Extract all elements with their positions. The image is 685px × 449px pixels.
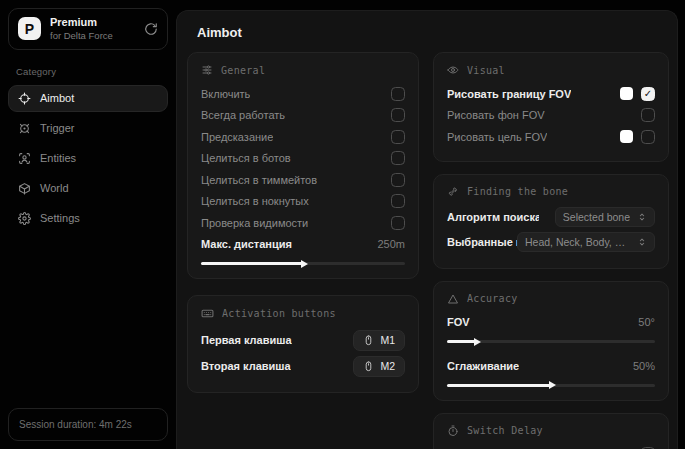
app-window: P Premium for Delta Force Category Aimbo… (0, 0, 685, 449)
switch-delay-toggle-row: Задержка переключения ✓ (447, 444, 655, 449)
keybind-label: Вторая клавиша (201, 360, 291, 372)
slider-value: 250m (377, 238, 405, 250)
brand-box: P Premium for Delta Force (8, 8, 168, 50)
keybind-value: M1 (380, 334, 395, 346)
toggle-row-aim-knocked: Целиться в нокнутых ✓ (201, 191, 405, 213)
gear-icon (18, 212, 31, 225)
select-label: Выбранные кос (447, 236, 517, 248)
toggle-row-enable: Включить ✓ (201, 83, 405, 105)
general-card: General Включить ✓ Всегда работать ✓ Пре… (187, 52, 419, 279)
sidebar-item-label: Entities (40, 152, 76, 164)
sidebar-item-label: Aimbot (40, 92, 74, 104)
mouse-icon (363, 361, 374, 372)
unfold-icon (637, 212, 647, 222)
bone-icon (447, 186, 459, 198)
smoothing-row: Сглаживание 50% (447, 355, 655, 377)
accuracy-card-title: Accuracy (447, 293, 655, 305)
smoothing-slider[interactable] (447, 384, 655, 387)
checkbox[interactable]: ✓ (641, 130, 655, 144)
session-duration-box: Session duration: 4m 22s (8, 408, 168, 441)
checkbox[interactable]: ✓ (391, 194, 405, 208)
brand-title: Premium (50, 16, 135, 30)
checkbox[interactable]: ✓ (391, 173, 405, 187)
toggle-row-aim-teammates: Целиться в тиммейтов ✓ (201, 169, 405, 191)
page-title: Aimbot (197, 25, 669, 40)
bone-algorithm-select[interactable]: Selected bone (555, 207, 655, 227)
sidebar-item-settings[interactable]: Settings (8, 205, 168, 232)
selected-bones-select[interactable]: Head, Neck, Body, Pe... (517, 232, 655, 252)
stopwatch-icon (447, 425, 459, 437)
slider-value: 50° (638, 316, 655, 328)
activation-buttons-card: Activation buttons Первая клавиша M1 Вто… (187, 295, 419, 393)
toggle-label: Целиться в нокнутых (201, 195, 309, 207)
activation-card-title: Activation buttons (201, 307, 405, 320)
checkbox[interactable]: ✓ (391, 87, 405, 101)
brand-text: Premium for Delta Force (50, 16, 135, 42)
sidebar-item-trigger[interactable]: Trigger (8, 115, 168, 142)
category-label: Category (16, 66, 168, 77)
slider-label: FOV (447, 316, 470, 328)
eye-icon (447, 64, 459, 76)
second-key-row: Вторая клавиша M2 (201, 353, 405, 379)
checkbox[interactable]: ✓ (641, 108, 655, 122)
second-key-button[interactable]: M2 (353, 356, 405, 377)
toggle-label: Предсказание (201, 131, 273, 143)
finding-bone-card: Finding the bone Алгоритм поиска кост Se… (433, 174, 669, 269)
sidebar-item-world[interactable]: World (8, 175, 168, 202)
sidebar-item-label: Settings (40, 212, 80, 224)
unfold-icon (637, 237, 647, 247)
sidebar-item-entities[interactable]: Entities (8, 145, 168, 172)
max-distance-row: Макс. дистанция 250m (201, 234, 405, 256)
draw-fov-target-row: Рисовать цель FOV ✓ (447, 126, 655, 148)
accuracy-card: Accuracy FOV 50° Сглаживание 50% (433, 281, 669, 401)
visual-card-title: Visual (447, 64, 655, 76)
mouse-icon (363, 335, 374, 346)
selected-bones-row: Выбранные кос Head, Neck, Body, Pe... (447, 230, 655, 255)
checkbox[interactable]: ✓ (391, 216, 405, 230)
color-swatch[interactable] (620, 87, 633, 100)
select-label: Алгоритм поиска кост (447, 211, 539, 223)
first-key-button[interactable]: M1 (353, 330, 405, 351)
general-card-title: General (201, 64, 405, 76)
triangle-icon (447, 293, 459, 305)
toggle-row-aim-bots: Целиться в ботов ✓ (201, 148, 405, 170)
toggle-row-prediction: Предсказание ✓ (201, 126, 405, 148)
sidebar-item-aimbot[interactable]: Aimbot (8, 85, 168, 112)
checkbox[interactable]: ✓ (391, 151, 405, 165)
visual-label: Рисовать границу FOV (447, 88, 571, 100)
max-distance-slider[interactable] (201, 262, 405, 265)
draw-fov-border-row: Рисовать границу FOV ✓ (447, 83, 655, 105)
keybind-value: M2 (380, 360, 395, 372)
select-value: Selected bone (563, 211, 630, 223)
keybind-label: Первая клавиша (201, 334, 292, 346)
select-value: Head, Neck, Body, Pe... (525, 236, 630, 248)
toggle-label: Всегда работать (201, 109, 285, 121)
checkbox[interactable]: ✓ (391, 130, 405, 144)
sync-icon[interactable] (144, 22, 158, 36)
keyboard-icon (201, 307, 214, 320)
checkbox[interactable]: ✓ (391, 108, 405, 122)
trigger-icon (18, 122, 31, 135)
brand-subtitle: for Delta Force (50, 30, 135, 42)
world-icon (18, 182, 31, 195)
fov-row: FOV 50° (447, 312, 655, 334)
switch-delay-card: Switch Delay Задержка переключения ✓ Зад… (433, 413, 669, 449)
toggle-label: Включить (201, 88, 250, 100)
brand-logo: P (18, 17, 41, 40)
crosshair-icon (18, 92, 31, 105)
sidebar-item-label: World (40, 182, 69, 194)
toggle-label: Целиться в тиммейтов (201, 174, 317, 186)
sidebar-nav: Aimbot Trigger Entities World (8, 85, 168, 232)
color-swatch[interactable] (620, 130, 633, 143)
sliders-icon (201, 64, 213, 76)
main-panel: Aimbot General Включить ✓ (176, 10, 678, 449)
slider-label: Сглаживание (447, 360, 519, 372)
checkbox[interactable]: ✓ (641, 87, 655, 101)
visual-card: Visual Рисовать границу FOV ✓ Рисовать ф… (433, 52, 669, 162)
visual-label: Рисовать цель FOV (447, 131, 547, 143)
fov-slider[interactable] (447, 340, 655, 343)
switch-delay-card-title: Switch Delay (447, 425, 655, 437)
toggle-row-always-work: Всегда работать ✓ (201, 105, 405, 127)
visual-label: Рисовать фон FOV (447, 109, 545, 121)
bone-algorithm-row: Алгоритм поиска кост Selected bone (447, 205, 655, 230)
